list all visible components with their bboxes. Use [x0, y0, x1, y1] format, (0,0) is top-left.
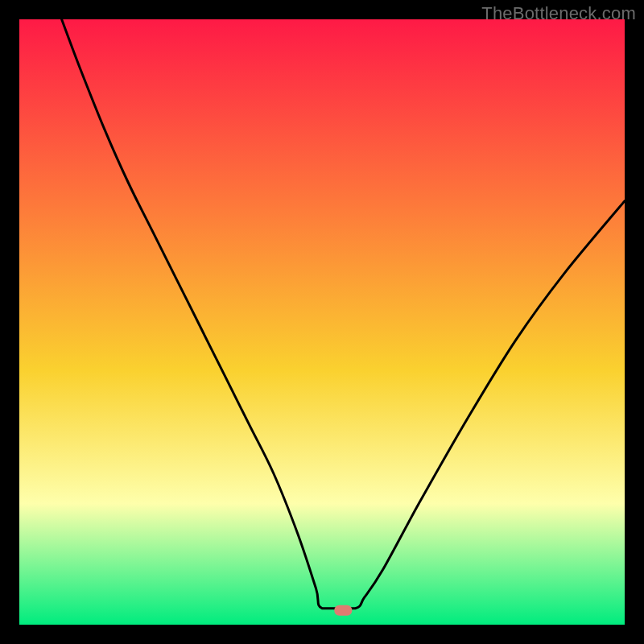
chart-canvas: TheBottleneck.com [0, 0, 644, 644]
attribution-text: TheBottleneck.com [481, 3, 636, 24]
plot-svg [0, 0, 644, 644]
gradient-background [19, 19, 625, 625]
minimum-marker [334, 605, 352, 616]
